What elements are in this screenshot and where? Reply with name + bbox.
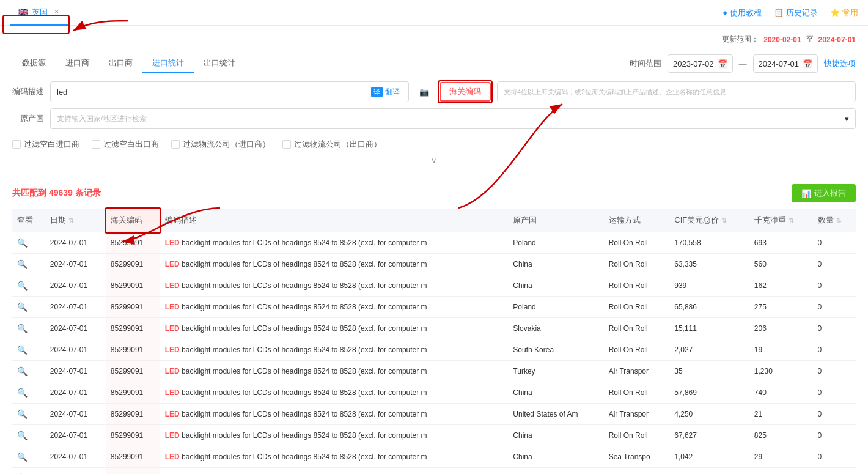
- tab-export-stats[interactable]: 出口统计: [194, 54, 245, 73]
- customs-code-input-wrap[interactable]: 支持4位以上海关编码，或2位海关编码加上产品描述、企业名称的任意信息: [497, 81, 856, 102]
- chevron-down-icon: ∨: [431, 156, 437, 165]
- row-view-btn[interactable]: 🔍: [12, 339, 45, 361]
- camera-search-btn[interactable]: 📷: [415, 83, 433, 101]
- top-right-actions: ● 使用教程 📋 历史记录 ⭐ 常用: [723, 7, 858, 18]
- row-view-btn[interactable]: 🔍: [12, 297, 45, 318]
- row-quantity: 0: [813, 361, 856, 382]
- tutorial-icon: ●: [723, 8, 727, 17]
- tab-data-source[interactable]: 数据源: [12, 54, 56, 73]
- report-btn[interactable]: 📊 进入报告: [792, 184, 856, 202]
- results-count: 共匹配到 49639 条记录: [12, 188, 101, 199]
- filter-logistics-importer[interactable]: 过滤物流公司（进口商）: [171, 139, 270, 150]
- checkbox-logistics-importer[interactable]: [171, 140, 180, 149]
- row-view-btn[interactable]: 🔍: [12, 232, 45, 254]
- tab-exporter[interactable]: 出口商: [99, 54, 142, 73]
- star-icon: ⭐: [830, 8, 840, 17]
- date-end-input[interactable]: 2024-07-01 📅: [753, 54, 818, 73]
- collapse-btn[interactable]: ∨: [12, 154, 856, 168]
- row-cif: 15,111: [669, 318, 749, 339]
- table-row: 🔍2024-07-0185299091LED backlight modules…: [12, 254, 856, 275]
- quick-options-btn[interactable]: 快捷选项: [824, 58, 856, 69]
- row-description: LED backlight modules for LCDs of headin…: [160, 339, 509, 361]
- row-quantity: 0: [813, 275, 856, 297]
- row-transport: Roll On Roll: [604, 297, 670, 318]
- filter-empty-exporter[interactable]: 过滤空白出口商: [92, 139, 159, 150]
- row-transport: Roll On Roll: [604, 425, 670, 446]
- row-origin: China: [508, 446, 603, 468]
- row-view-btn[interactable]: 🔍: [12, 425, 45, 446]
- row-date: 2024-07-01: [45, 404, 106, 425]
- row-view-btn[interactable]: 🔍: [12, 446, 45, 468]
- row-weight: 275: [749, 297, 813, 318]
- row-cif: 170,558: [669, 232, 749, 254]
- date-start-input[interactable]: 2023-07-02 📅: [668, 54, 733, 73]
- checkbox-empty-importer[interactable]: [12, 140, 21, 149]
- row-date: 2024-07-01: [45, 339, 106, 361]
- calendar-end-icon: 📅: [803, 59, 812, 69]
- row-transport: Roll On Roll: [604, 468, 670, 475]
- row-customs-code: 85299091: [106, 382, 160, 404]
- tab-importer[interactable]: 进口商: [56, 54, 99, 73]
- checkbox-logistics-exporter[interactable]: [282, 140, 291, 149]
- camera-icon: 📷: [419, 87, 429, 97]
- favorites-btn[interactable]: ⭐ 常用: [830, 7, 858, 18]
- row-view-btn[interactable]: 🔍: [12, 468, 45, 475]
- top-bar: 🇬🇧 英国 ✕ ● 使用教程 📋 历史记录 ⭐ 常用: [0, 0, 868, 26]
- tutorial-btn[interactable]: ● 使用教程: [723, 7, 762, 18]
- row-origin: Czech Republic: [508, 468, 603, 475]
- row-origin: United States of Am: [508, 404, 603, 425]
- filter-logistics-exporter[interactable]: 过滤物流公司（出口商）: [282, 139, 381, 150]
- tab-import-stats[interactable]: 进口统计: [142, 54, 194, 73]
- update-range: 更新范围： 2020-02-01 至 2024-07-01: [722, 34, 856, 45]
- translate-btn[interactable]: 译 翻译: [369, 87, 402, 97]
- origin-dropdown-icon: ▾: [845, 114, 849, 124]
- row-transport: Air Transpor: [604, 361, 670, 382]
- col-date[interactable]: 日期⇅: [45, 209, 106, 232]
- row-view-btn[interactable]: 🔍: [12, 382, 45, 404]
- row-origin: China: [508, 425, 603, 446]
- row-view-btn[interactable]: 🔍: [12, 275, 45, 297]
- date-sort-icon: ⇅: [68, 217, 74, 224]
- tab-close-icon[interactable]: ✕: [54, 8, 59, 16]
- row-transport: Sea Transpo: [604, 446, 670, 468]
- row-date: 2024-07-01: [45, 446, 106, 468]
- col-transport: 运输方式: [604, 209, 670, 232]
- row-date: 2024-07-01: [45, 297, 106, 318]
- row-cif: 2,027: [669, 339, 749, 361]
- row-cif: 67,627: [669, 425, 749, 446]
- code-input[interactable]: [57, 87, 365, 97]
- row-weight: 1,500: [749, 468, 813, 475]
- filter-empty-importer[interactable]: 过滤空白进口商: [12, 139, 79, 150]
- row-cif: 1,042: [669, 446, 749, 468]
- tab-uk-label: 英国: [32, 7, 48, 18]
- row-cif: 63,335: [669, 254, 749, 275]
- row-customs-code: 85299091: [106, 339, 160, 361]
- translate-icon: 译: [371, 87, 383, 97]
- data-table: 查看 日期⇅ 海关编码 编码描述 原产国 运输方式 CIF美元总价⇅ 千克净重⇅…: [12, 209, 856, 474]
- history-btn[interactable]: 📋 历史记录: [774, 7, 818, 18]
- row-description: LED backlight modules for LCDs of headin…: [160, 468, 509, 475]
- col-quantity[interactable]: 数量⇅: [813, 209, 856, 232]
- row-view-btn[interactable]: 🔍: [12, 404, 45, 425]
- row-view-btn[interactable]: 🔍: [12, 361, 45, 382]
- checkbox-empty-exporter[interactable]: [92, 140, 100, 149]
- row-transport: Air Transpor: [604, 404, 670, 425]
- row-view-btn[interactable]: 🔍: [12, 254, 45, 275]
- origin-select[interactable]: 支持输入国家/地区进行检索 ▾: [50, 108, 856, 129]
- col-cif[interactable]: CIF美元总价⇅: [669, 209, 749, 232]
- table-row: 🔍2024-07-0185299091LED backlight modules…: [12, 297, 856, 318]
- row-description: LED backlight modules for LCDs of headin…: [160, 382, 509, 404]
- col-weight[interactable]: 千克净重⇅: [749, 209, 813, 232]
- row-weight: 740: [749, 382, 813, 404]
- row-description: LED backlight modules for LCDs of headin…: [160, 425, 509, 446]
- row-description: LED backlight modules for LCDs of headin…: [160, 361, 509, 382]
- row-weight: 29: [749, 446, 813, 468]
- tab-uk[interactable]: 🇬🇧 英国 ✕: [10, 0, 68, 26]
- customs-code-btn[interactable]: 海关编码: [440, 82, 491, 102]
- row-quantity: 0: [813, 297, 856, 318]
- row-origin: Poland: [508, 232, 603, 254]
- row-view-btn[interactable]: 🔍: [12, 318, 45, 339]
- table-row: 🔍2024-07-0185299091LED backlight modules…: [12, 318, 856, 339]
- row-customs-code: 85299091: [106, 232, 160, 254]
- col-customs-code: 海关编码: [106, 209, 160, 232]
